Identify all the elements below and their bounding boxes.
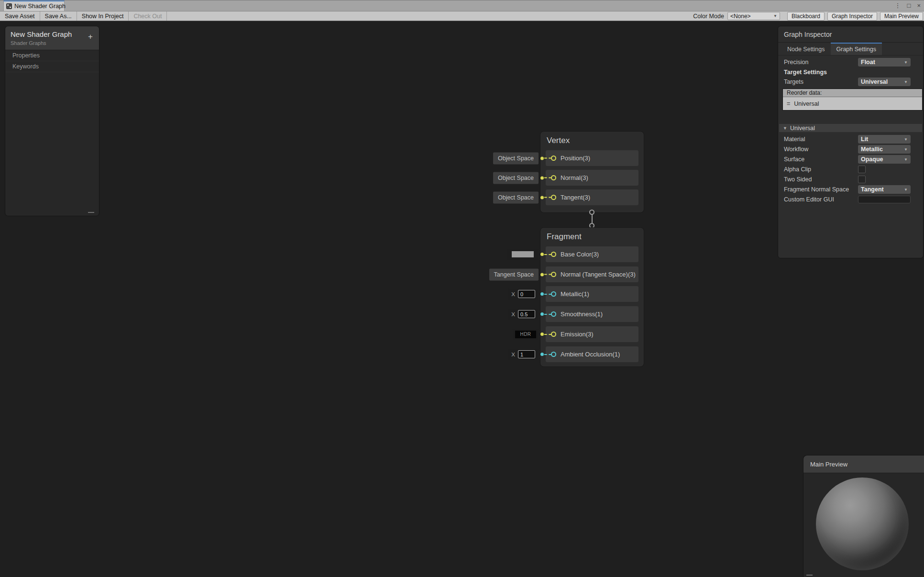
base-color-swatch	[512, 251, 534, 257]
window-close-icon[interactable]: ×	[917, 2, 921, 9]
position-input-connector: Object Space	[493, 152, 551, 164]
universal-foldout-label: Universal	[790, 125, 815, 132]
workflow-row: Workflow Metallic ▼	[778, 144, 923, 154]
ao-input-connector: X 1	[508, 349, 551, 360]
fragment-normal-space-row: Fragment Normal Space Tangent ▼	[778, 185, 923, 194]
fragment-normal-space-dropdown[interactable]: Tangent ▼	[858, 185, 911, 194]
shader-graph-asset-icon	[6, 3, 12, 9]
smoothness-port-icon[interactable]	[551, 311, 556, 317]
alpha-clip-label: Alpha Clip	[784, 166, 858, 173]
two-sided-checkbox[interactable]	[858, 176, 866, 183]
graph-canvas[interactable]: New Shader Graph Shader Graphs + Propert…	[0, 21, 924, 577]
vertex-context-port-icon[interactable]	[589, 210, 594, 215]
normal-ts-port-icon[interactable]	[551, 272, 556, 277]
surface-dropdown[interactable]: Opaque ▼	[858, 155, 911, 164]
main-preview-toggle-button[interactable]: Main Preview	[880, 12, 923, 21]
surface-value: Opaque	[861, 156, 883, 163]
connector-dot-icon	[540, 353, 544, 356]
two-sided-row: Two Sided	[778, 175, 923, 184]
connector-dash-icon	[544, 354, 551, 355]
tab-graph-settings[interactable]: Graph Settings	[831, 43, 882, 55]
connector-dash-icon	[544, 178, 551, 178]
check-out-button: Check Out	[129, 11, 167, 21]
hdr-color-swatch: HDR	[515, 331, 536, 338]
document-tab[interactable]: New Shader Graph	[3, 0, 65, 11]
ao-value-field[interactable]: 1	[518, 350, 535, 358]
precision-row: Precision Float ▼	[778, 57, 923, 67]
graph-inspector-title: Graph Inspector	[778, 26, 923, 43]
toolbar: Save Asset Save As... Show In Project Ch…	[0, 11, 924, 21]
resize-handle[interactable]	[806, 575, 813, 576]
targets-label: Targets	[784, 78, 858, 85]
window-restore-icon[interactable]: □	[907, 2, 911, 9]
metallic-port-icon[interactable]	[551, 291, 556, 297]
smoothness-value-field[interactable]: 0.5	[518, 310, 535, 318]
ao-port-icon[interactable]	[551, 352, 556, 357]
drag-handle-icon[interactable]: =	[787, 100, 790, 107]
color-mode-label: Color Mode	[693, 13, 724, 20]
foldout-arrow-icon: ▼	[783, 126, 787, 131]
connector-dot-icon	[540, 333, 544, 336]
save-as-button[interactable]: Save As...	[40, 11, 77, 21]
smoothness-input-widget: X 0.5	[508, 309, 539, 320]
universal-foldout[interactable]: ▼ Universal	[779, 124, 922, 132]
connector-dot-icon	[540, 312, 544, 316]
base-color-port-icon[interactable]	[551, 252, 556, 257]
targets-dropdown[interactable]: Universal ▼	[858, 78, 911, 86]
blackboard-header: New Shader Graph Shader Graphs +	[5, 26, 99, 50]
resize-handle[interactable]	[88, 212, 94, 213]
row-smoothness: X 0.5 Smoothness(1)	[546, 306, 638, 322]
graph-inspector-toggle-button[interactable]: Graph Inspector	[827, 12, 877, 21]
color-mode-dropdown[interactable]: <None> ▼	[727, 12, 780, 20]
custom-editor-gui-field[interactable]	[858, 196, 911, 203]
row-normal-tangent-space: Tangent Space Normal (Tangent Space)(3)	[546, 266, 638, 282]
blackboard-toggle-button[interactable]: Blackboard	[787, 12, 825, 21]
connector-dot-icon	[540, 196, 544, 199]
metallic-value-field[interactable]: 0	[518, 290, 535, 298]
emission-color-picker[interactable]: HDR	[513, 329, 539, 340]
show-in-project-button[interactable]: Show In Project	[77, 11, 129, 21]
base-color-picker[interactable]	[507, 249, 539, 260]
position-port-icon[interactable]	[551, 155, 556, 161]
smoothness-input-connector: X 0.5	[508, 309, 551, 320]
workflow-label: Workflow	[784, 146, 858, 153]
emission-port-icon[interactable]	[551, 332, 556, 337]
connector-dash-icon	[544, 254, 551, 255]
material-label: Material	[784, 136, 858, 143]
blackboard-section-keywords: Keywords	[5, 61, 99, 72]
dropdown-arrow-icon: ▼	[904, 137, 908, 142]
blackboard-subtitle: Shader Graphs	[11, 40, 94, 46]
workflow-value: Metallic	[861, 146, 883, 153]
workflow-dropdown[interactable]: Metallic ▼	[858, 145, 911, 154]
preview-sphere[interactable]	[816, 477, 909, 570]
alpha-clip-row: Alpha Clip	[778, 165, 923, 174]
row-emission: HDR Emission(3)	[546, 326, 638, 342]
window-menu-icon[interactable]: ⋮	[895, 2, 901, 9]
normal-port-icon[interactable]	[551, 175, 556, 180]
alpha-clip-checkbox[interactable]	[858, 166, 866, 173]
custom-editor-gui-row: Custom Editor GUI	[778, 195, 923, 204]
vertex-node[interactable]: Vertex Object Space Position(3) Object S…	[540, 131, 644, 213]
toolbar-right-group: Color Mode <None> ▼ Blackboard Graph Ins…	[693, 11, 924, 21]
x-component-label: X	[511, 291, 515, 297]
fragment-node[interactable]: Fragment Base Color(3) Tangent Space	[540, 227, 644, 367]
reorder-list: Reorder data: = Universal	[782, 89, 923, 111]
material-row: Material Lit ▼	[778, 134, 923, 144]
precision-dropdown[interactable]: Float ▼	[858, 58, 911, 67]
material-dropdown[interactable]: Lit ▼	[858, 135, 911, 144]
tangent-port-icon[interactable]	[551, 195, 556, 200]
targets-value: Universal	[861, 78, 888, 85]
add-property-button[interactable]: +	[88, 33, 93, 41]
emission-input-connector: HDR	[513, 329, 551, 340]
row-normal: Object Space Normal(3)	[546, 170, 638, 186]
ao-input-widget: X 1	[508, 349, 539, 360]
row-base-color: Base Color(3)	[546, 246, 638, 262]
save-asset-button[interactable]: Save Asset	[0, 11, 40, 21]
blackboard-section-properties: Properties	[5, 50, 99, 61]
document-tab-label: New Shader Graph	[14, 3, 66, 10]
reorder-list-item[interactable]: = Universal	[783, 97, 922, 110]
surface-label: Surface	[784, 156, 858, 163]
tab-node-settings[interactable]: Node Settings	[781, 43, 831, 55]
connector-dash-icon	[544, 314, 551, 315]
connector-dot-icon	[540, 156, 544, 160]
